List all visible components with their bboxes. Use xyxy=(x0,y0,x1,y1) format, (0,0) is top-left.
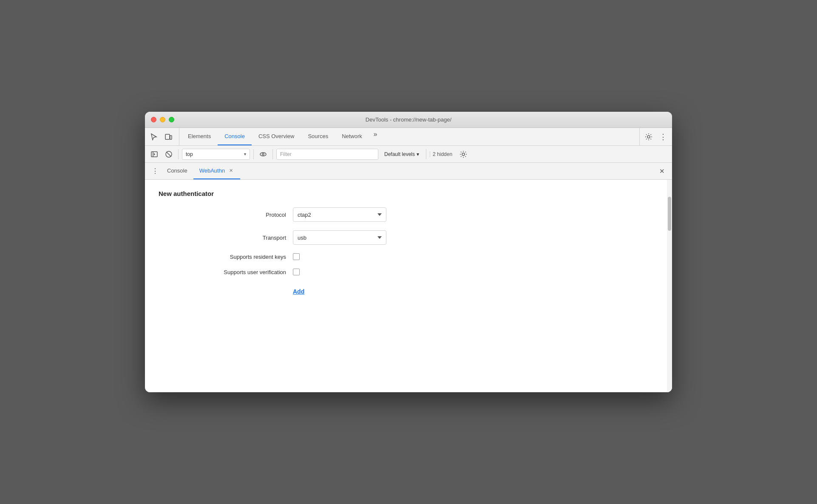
panel-tabs-area: ⋮ Console WebAuthn ✕ ✕ xyxy=(145,163,672,180)
svg-line-7 xyxy=(167,152,171,156)
devtools-toolbar: Elements Console CSS Overview Sources Ne… xyxy=(145,128,672,146)
more-options-button[interactable]: ⋮ xyxy=(657,130,669,143)
eye-button[interactable] xyxy=(257,148,269,160)
maximize-button[interactable] xyxy=(169,117,174,122)
window-controls xyxy=(151,117,174,122)
protocol-label: Protocol xyxy=(210,212,286,218)
transport-select[interactable]: usb nfc ble internal xyxy=(293,230,386,245)
context-dropdown-icon: ▾ xyxy=(244,152,246,156)
more-panel-icon: ⋮ xyxy=(152,168,159,175)
transport-label: Transport xyxy=(210,235,286,241)
close-button[interactable] xyxy=(151,117,156,122)
separator2 xyxy=(253,149,254,159)
close-tab-button[interactable]: ✕ xyxy=(227,167,234,174)
gear-icon xyxy=(645,133,652,141)
sidebar-icon xyxy=(150,150,158,158)
minimize-button[interactable] xyxy=(160,117,165,122)
block-icon xyxy=(165,150,173,158)
svg-point-10 xyxy=(462,153,465,156)
add-row: Add xyxy=(210,284,658,295)
tab-network[interactable]: Network xyxy=(335,128,369,145)
svg-marker-5 xyxy=(154,153,155,156)
toolbar-icon-group xyxy=(148,128,179,145)
svg-point-8 xyxy=(260,153,266,156)
authenticator-form: Protocol ctap2 u2f Transport usb nfc ble… xyxy=(159,207,658,295)
window-title: DevTools - chrome://new-tab-page/ xyxy=(366,116,451,123)
scrollbar-track xyxy=(667,180,672,392)
user-verification-row: Supports user verification xyxy=(210,269,658,275)
transport-row: Transport usb nfc ble internal xyxy=(210,230,658,245)
user-verification-checkbox[interactable] xyxy=(293,269,300,275)
panel-close-button[interactable]: ✕ xyxy=(656,163,668,179)
separator4 xyxy=(426,149,426,159)
sidebar-toggle-button[interactable] xyxy=(148,148,160,160)
separator xyxy=(178,149,179,159)
settings-button[interactable] xyxy=(642,130,655,143)
svg-point-2 xyxy=(647,136,650,138)
separator3 xyxy=(272,149,273,159)
close-icon: ✕ xyxy=(659,167,665,175)
resident-keys-checkbox[interactable] xyxy=(293,253,300,260)
resident-keys-label: Supports resident keys xyxy=(210,254,286,260)
tab-sources[interactable]: Sources xyxy=(301,128,335,145)
tab-console[interactable]: Console xyxy=(218,128,252,145)
toolbar-right-actions: ⋮ xyxy=(639,128,669,145)
add-authenticator-button[interactable]: Add xyxy=(293,288,304,295)
eye-icon xyxy=(259,150,267,158)
main-tabs: Elements Console CSS Overview Sources Ne… xyxy=(181,128,638,145)
svg-rect-1 xyxy=(170,136,172,139)
svg-rect-0 xyxy=(165,134,170,139)
console-bar: top ▾ Default levels ▾ 2 hidden xyxy=(145,146,672,163)
tab-elements[interactable]: Elements xyxy=(181,128,218,145)
hidden-count: 2 hidden xyxy=(430,151,455,157)
default-levels-button[interactable]: Default levels ▾ xyxy=(381,149,423,160)
clear-console-button[interactable] xyxy=(163,148,175,160)
devtools-window: DevTools - chrome://new-tab-page/ Elemen… xyxy=(145,112,672,392)
device-icon xyxy=(165,133,172,141)
scrollbar-thumb[interactable] xyxy=(668,197,671,231)
tab-css-overview[interactable]: CSS Overview xyxy=(252,128,301,145)
panel-more-button[interactable]: ⋮ xyxy=(149,163,161,179)
inspect-element-button[interactable] xyxy=(148,130,160,143)
filter-input[interactable] xyxy=(276,149,378,160)
settings-icon xyxy=(460,150,467,158)
titlebar: DevTools - chrome://new-tab-page/ xyxy=(145,112,672,128)
protocol-select[interactable]: ctap2 u2f xyxy=(293,207,386,222)
cursor-icon xyxy=(150,133,158,141)
device-toggle-button[interactable] xyxy=(162,130,175,143)
svg-point-9 xyxy=(262,153,264,155)
console-settings-button[interactable] xyxy=(457,148,469,160)
main-content: New authenticator Protocol ctap2 u2f Tra… xyxy=(145,180,672,392)
user-verification-label: Supports user verification xyxy=(210,269,286,275)
panel-tab-webauthn[interactable]: WebAuthn ✕ xyxy=(193,163,240,179)
more-options-icon: ⋮ xyxy=(659,133,667,141)
more-tabs-button[interactable]: » xyxy=(369,128,382,141)
section-title: New authenticator xyxy=(159,190,658,197)
context-selector[interactable]: top ▾ xyxy=(182,149,250,160)
protocol-row: Protocol ctap2 u2f xyxy=(210,207,658,222)
resident-keys-row: Supports resident keys xyxy=(210,253,658,260)
panel-tab-console[interactable]: Console xyxy=(161,163,193,179)
